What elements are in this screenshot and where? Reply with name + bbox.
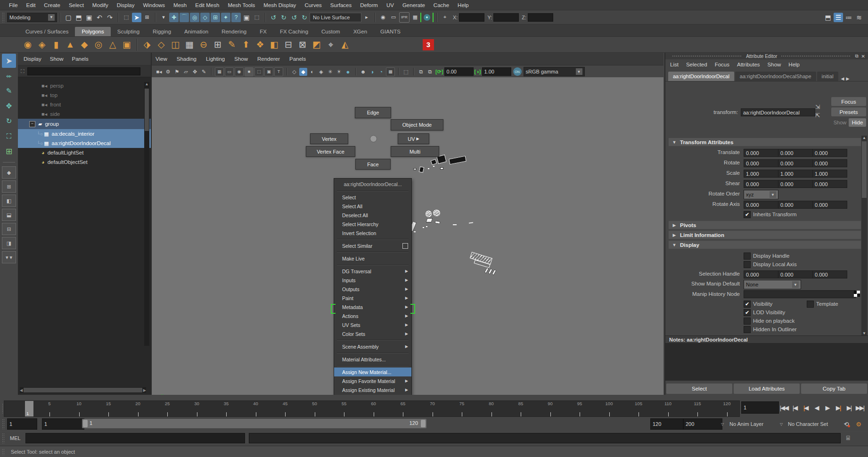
shelf-tab-xgen[interactable]: XGen bbox=[347, 27, 374, 36]
edge-loop-icon[interactable]: ⊟ bbox=[282, 39, 295, 51]
outliner-item-decals-interior[interactable]: └○ ▦ aa:decals_interior bbox=[18, 129, 151, 139]
wireframe-mode-icon[interactable]: ◇ bbox=[290, 68, 298, 76]
hypershade-layout-button[interactable]: ⊟ bbox=[2, 223, 16, 235]
rotate-axis-y-field[interactable]: 0.000 bbox=[778, 201, 813, 209]
mirror-icon[interactable]: ◧ bbox=[268, 39, 280, 51]
translate-z-field[interactable]: 0.000 bbox=[812, 149, 847, 157]
xray-mode-icon[interactable]: ✳ bbox=[326, 68, 334, 76]
float-panel-icon[interactable]: ⧉ bbox=[855, 53, 858, 59]
outliner-horizontal-scrollbar[interactable]: ◀ ▶ bbox=[20, 387, 146, 393]
shelf-tab-custom[interactable]: Custom bbox=[315, 27, 347, 36]
viewport-a-icon[interactable]: ⧉ bbox=[417, 68, 425, 76]
quad-draw-icon[interactable]: ◩ bbox=[311, 39, 323, 51]
outliner-item-group[interactable]: − ▰ group bbox=[18, 119, 151, 129]
pen-tool-icon[interactable]: ✎ bbox=[226, 39, 238, 51]
copy-tab-button[interactable]: Copy Tab bbox=[801, 384, 867, 394]
poly-pyramid-icon[interactable]: △ bbox=[106, 39, 119, 51]
auto-keyframe-icon[interactable]: ⟲ bbox=[842, 419, 851, 429]
motion-blur-icon[interactable]: ◑ bbox=[368, 68, 376, 76]
menu-generate[interactable]: Generate bbox=[398, 2, 429, 8]
ctx-select[interactable]: Select bbox=[334, 193, 411, 202]
shear-z-field[interactable]: 0.000 bbox=[812, 180, 847, 188]
attribute-editor-toggle-icon[interactable]: ☰ bbox=[834, 13, 843, 22]
ae-menu-help[interactable]: Help bbox=[788, 62, 800, 67]
move-tool-icon[interactable]: ✥ bbox=[2, 99, 16, 113]
ctx-material-attributes[interactable]: Material Attributes... bbox=[334, 355, 411, 364]
manip-history-node-field[interactable] bbox=[744, 290, 856, 298]
scale-y-field[interactable]: 1.000 bbox=[778, 170, 813, 178]
ctx-select-all[interactable]: Select All bbox=[334, 202, 411, 211]
load-attributes-button[interactable]: Load Attributes bbox=[734, 384, 800, 394]
status-line-handle[interactable] bbox=[2, 12, 5, 23]
colorspace-dropdown[interactable]: sRGB gamma ▼ bbox=[524, 67, 585, 76]
close-icon[interactable]: ✕ bbox=[861, 54, 865, 59]
screen-space-ao-icon[interactable]: ☻ bbox=[359, 68, 367, 76]
vp-menu-lighting[interactable]: Lighting bbox=[206, 56, 225, 62]
outliner-item-side[interactable]: ■◂ side bbox=[18, 109, 151, 119]
ctx-scene-assembly[interactable]: Scene Assembly▶ bbox=[334, 342, 411, 351]
persp-graph-layout-button[interactable]: ⬓ bbox=[2, 209, 16, 221]
select-button[interactable]: Select bbox=[666, 384, 732, 394]
show-manip-default-dropdown[interactable]: None ▼ bbox=[744, 280, 801, 289]
ipr-render-icon[interactable]: IPR bbox=[399, 12, 409, 23]
menu-set-selector[interactable]: Modeling ▼ bbox=[7, 13, 57, 22]
ctx-actions[interactable]: Actions▶ bbox=[334, 311, 411, 320]
tab-scroll-right-icon[interactable]: ▶ bbox=[846, 76, 850, 81]
menu-windows[interactable]: Windows bbox=[139, 2, 169, 8]
outliner-search-input[interactable] bbox=[27, 67, 140, 75]
two-d-pan-zoom-icon[interactable]: ✥ bbox=[191, 68, 199, 76]
camera-attributes-icon[interactable]: ⚙ bbox=[164, 68, 172, 76]
playback-range-slider[interactable]: 1 120 bbox=[82, 419, 426, 428]
open-scene-icon[interactable]: ⬒ bbox=[74, 13, 83, 22]
hidden-in-outliner-checkbox[interactable] bbox=[744, 326, 751, 333]
current-time-marker[interactable]: 1 bbox=[25, 401, 33, 416]
marking-menu-multi[interactable]: Multi bbox=[391, 146, 439, 157]
outliner-menu-show[interactable]: Show bbox=[50, 56, 64, 62]
shelf-tab-polygons[interactable]: Polygons bbox=[75, 27, 110, 36]
ctx-paint[interactable]: Paint▶ bbox=[334, 294, 411, 302]
chevron-down-icon[interactable]: ▽ bbox=[721, 422, 724, 426]
vp-menu-show[interactable]: Show bbox=[234, 56, 248, 62]
y-input[interactable] bbox=[493, 13, 519, 22]
section-display[interactable]: ▼ Display bbox=[668, 240, 861, 249]
rotate-axis-x-field[interactable]: 0.000 bbox=[744, 201, 778, 209]
anti-alias-icon[interactable]: ◔ bbox=[377, 68, 385, 76]
undo-icon[interactable]: ↶ bbox=[95, 13, 104, 22]
marking-menu-object-mode[interactable]: Object Mode bbox=[391, 119, 443, 131]
outliner-persp-layout-button[interactable]: ◧ bbox=[2, 195, 16, 207]
attribute-editor-title-bar[interactable]: Attribute Editor ⧉ ✕ bbox=[665, 53, 868, 59]
poly-torus-icon[interactable]: ◎ bbox=[92, 39, 105, 51]
shelf-tab-curves-surfaces[interactable]: Curves / Surfaces bbox=[19, 27, 75, 36]
gamma-field[interactable]: 1.00 bbox=[482, 67, 511, 76]
visibility-checkbox[interactable]: ✔ bbox=[744, 301, 751, 308]
color-management-toggle[interactable]: ON bbox=[513, 67, 522, 76]
menu-file[interactable]: File bbox=[5, 2, 22, 8]
current-frame-field[interactable]: 1 bbox=[741, 401, 779, 414]
bookmark-icon[interactable]: ⚑ bbox=[173, 68, 181, 76]
selection-handle-z-field[interactable]: 0.000 bbox=[812, 270, 847, 278]
menu-uv[interactable]: UV bbox=[382, 2, 398, 8]
snap-to-point-icon[interactable]: ◎ bbox=[190, 13, 199, 22]
history-off-icon[interactable]: ↻ bbox=[279, 13, 288, 22]
time-slider[interactable]: 5101520253035404550556065707580859095100… bbox=[4, 400, 740, 417]
resolution-gate-icon[interactable]: ◉ bbox=[235, 67, 244, 76]
paint-select-tool-icon[interactable]: ✎ bbox=[2, 84, 16, 98]
tab-initial-shading-group[interactable]: initial bbox=[817, 72, 838, 81]
translate-y-field[interactable]: 0.000 bbox=[778, 149, 813, 157]
marking-menu-face[interactable]: Face bbox=[355, 159, 391, 170]
shear-y-field[interactable]: 0.000 bbox=[778, 180, 813, 188]
curve-snap-b-icon[interactable]: ↻ bbox=[300, 13, 309, 22]
ae-menu-show[interactable]: Show bbox=[768, 62, 781, 67]
outliner-vertical-scrollbar[interactable]: ▲ bbox=[144, 82, 149, 346]
ctx-assign-new-material[interactable]: Assign New Material... bbox=[334, 367, 411, 376]
menu-help[interactable]: Help bbox=[453, 2, 473, 8]
rotate-order-dropdown[interactable]: xyz ▼ bbox=[744, 190, 778, 199]
ctx-inputs[interactable]: Inputs▶ bbox=[334, 276, 411, 285]
menu-modify[interactable]: Modify bbox=[88, 2, 113, 8]
menu-deform[interactable]: Deform bbox=[356, 2, 382, 8]
translate-x-field[interactable]: 0.000 bbox=[744, 149, 778, 157]
marking-menu-uv[interactable]: UV ▶ bbox=[398, 133, 429, 144]
viewport-b-icon[interactable]: ⧉ bbox=[426, 68, 434, 76]
ae-menu-attributes[interactable]: Attributes bbox=[737, 62, 760, 67]
pin-out-icon[interactable]: ⇱ bbox=[815, 112, 820, 119]
